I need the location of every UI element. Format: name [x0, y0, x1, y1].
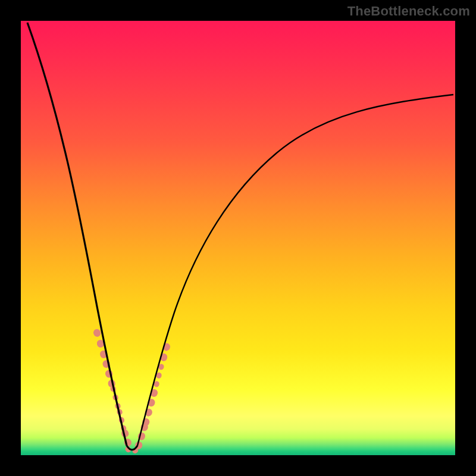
- highlight-dots-group: [97, 333, 169, 452]
- bottleneck-curve: [21, 21, 455, 455]
- curve-left-branch: [27, 23, 127, 446]
- watermark-text: TheBottleneck.com: [347, 4, 470, 19]
- curve-right-branch: [137, 95, 453, 446]
- outer-frame: TheBottleneck.com: [0, 0, 476, 476]
- chart-area: [21, 21, 455, 455]
